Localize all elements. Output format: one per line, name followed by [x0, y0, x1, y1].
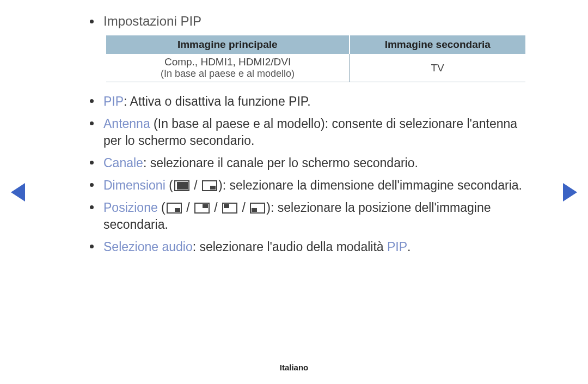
bullet-icon [90, 121, 94, 125]
settings-list: PIP: Attiva o disattiva la funzione PIP.… [90, 93, 525, 255]
pos-bl-icon [250, 203, 265, 214]
prev-page-button[interactable] [11, 183, 25, 202]
pip-table: Immagine principale Immagine secondaria … [106, 35, 525, 82]
kw-dimensioni: Dimensioni [103, 178, 166, 192]
cell-main-line2: (In base al paese e al modello) [109, 68, 346, 80]
pos-tl-icon [222, 203, 237, 214]
bullet-icon [90, 99, 94, 103]
footer-language: Italiano [0, 363, 588, 372]
open-paren: ( [158, 200, 166, 215]
bullet-icon [90, 245, 94, 248]
size-large-icon [174, 180, 189, 191]
item-posizione: Posizione ( / / / ): selezionare la posi… [90, 199, 525, 233]
cell-main: Comp., HDMI1, HDMI2/DVI (In base al paes… [106, 54, 350, 82]
sep: / [238, 200, 249, 215]
bullet-icon [90, 161, 94, 164]
sep: / [191, 178, 201, 192]
item-antenna: Antenna (In base al paese e al modello):… [90, 115, 525, 149]
cell-main-line1: Comp., HDMI1, HDMI2/DVI [109, 56, 346, 68]
kw-posizione: Posizione [103, 200, 158, 215]
title-row: Impostazioni PIP [90, 14, 525, 29]
text-audio: : selezionare l'audio della modalità [193, 240, 387, 254]
kw-pip: PIP [103, 94, 124, 108]
item-dimensioni: Dimensioni ( / ): selezionare la dimensi… [90, 177, 525, 194]
pos-br-icon [167, 203, 182, 214]
next-page-button[interactable] [563, 183, 577, 202]
svg-marker-1 [563, 183, 577, 202]
page-title: Impostazioni PIP [103, 14, 201, 29]
kw-canale: Canale [103, 156, 143, 170]
bullet-icon [90, 20, 94, 23]
col-header-secondary: Immagine secondaria [350, 35, 525, 54]
tail-audio: . [407, 240, 411, 254]
item-audio: Selezione audio: selezionare l'audio del… [90, 239, 525, 255]
text-pip: : Attiva o disattiva la funzione PIP. [124, 94, 311, 108]
note-antenna: (In base al paese e al modello) [150, 117, 325, 131]
pos-tr-icon [194, 203, 210, 214]
sep: / [211, 200, 221, 215]
page-content: Impostazioni PIP Immagine principale Imm… [90, 14, 525, 261]
kw-audio-pip: PIP [387, 240, 407, 254]
sep: / [183, 200, 193, 215]
size-small-icon [202, 180, 217, 191]
text-dimensioni: ): selezionare la dimensione dell'immagi… [218, 178, 522, 192]
item-pip: PIP: Attiva o disattiva la funzione PIP. [90, 93, 525, 110]
text-canale: : selezionare il canale per lo schermo s… [143, 156, 418, 170]
cell-secondary: TV [350, 54, 525, 82]
kw-audio: Selezione audio [103, 240, 193, 254]
bullet-icon [90, 183, 94, 187]
item-canale: Canale: selezionare il canale per lo sch… [90, 155, 525, 172]
open-paren: ( [166, 178, 173, 192]
kw-antenna: Antenna [103, 117, 150, 131]
bullet-icon [90, 205, 94, 209]
col-header-main: Immagine principale [106, 35, 350, 54]
svg-marker-0 [11, 183, 25, 202]
